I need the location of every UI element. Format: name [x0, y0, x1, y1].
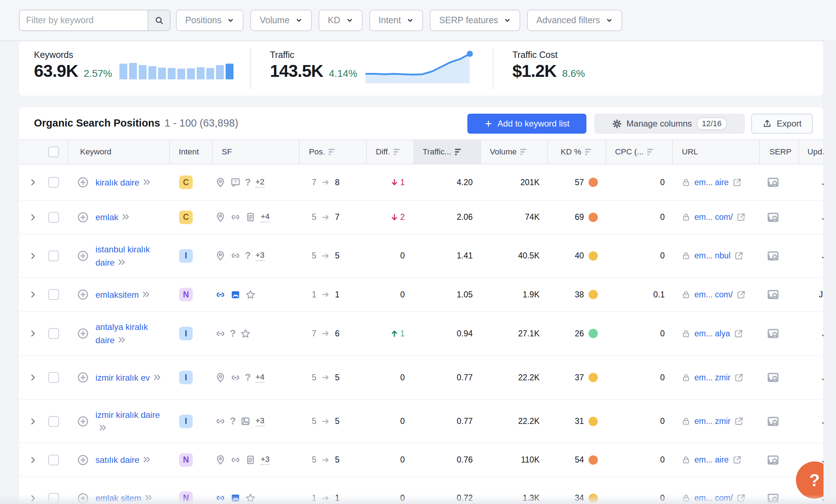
add-keyword-icon[interactable]	[77, 415, 89, 428]
expand-row-icon[interactable]	[29, 290, 37, 299]
select-all-checkbox[interactable]	[48, 147, 59, 157]
question-icon: ?	[245, 177, 251, 188]
url-link[interactable]: em... nbul	[694, 251, 731, 261]
column-header-pos-[interactable]: Pos.	[299, 140, 366, 164]
column-header-cpc-[interactable]: CPC (...	[605, 140, 672, 164]
more-serp-features[interactable]: +3	[261, 455, 270, 465]
filter-dropdown-intent[interactable]: Intent	[369, 10, 423, 31]
keyword-filter-input[interactable]	[20, 10, 148, 30]
url-link[interactable]: em... aire	[694, 178, 729, 187]
row-checkbox[interactable]	[48, 289, 59, 300]
export-button[interactable]: Export	[751, 114, 813, 134]
open-keyword-icon[interactable]	[142, 178, 151, 187]
url-link[interactable]: em... zmir	[694, 416, 731, 426]
serp-preview-icon[interactable]	[766, 371, 780, 384]
external-link-icon[interactable]	[736, 290, 746, 300]
serp-preview-icon[interactable]	[766, 415, 780, 428]
serp-preview-icon[interactable]	[766, 288, 780, 301]
more-serp-features[interactable]: +4	[256, 372, 265, 383]
add-keyword-icon[interactable]	[77, 250, 89, 262]
open-keyword-icon[interactable]	[121, 212, 130, 221]
serp-preview-icon[interactable]	[766, 211, 780, 224]
column-label: Upd.	[807, 147, 823, 157]
doc-icon	[245, 212, 256, 223]
url-link[interactable]: em... aire	[694, 455, 729, 465]
position-cell: 76	[299, 312, 366, 355]
column-header-kd-%[interactable]: KD %	[547, 140, 605, 164]
keywords-change: 2.57%	[84, 68, 112, 79]
add-keyword-icon[interactable]	[77, 327, 89, 340]
expand-row-icon[interactable]	[29, 417, 37, 426]
volume-cell: 1.9K	[480, 278, 547, 311]
row-checkbox[interactable]	[48, 455, 59, 465]
keyword-link[interactable]: izmir kiralık daire	[95, 408, 163, 435]
expand-row-icon[interactable]	[29, 213, 37, 222]
position-previous: 1	[312, 290, 316, 300]
more-serp-features[interactable]: +2	[256, 177, 265, 188]
column-header-sf: SF	[212, 140, 299, 164]
serp-preview-icon[interactable]	[766, 327, 780, 340]
add-keyword-icon[interactable]	[77, 371, 89, 384]
open-keyword-icon[interactable]	[142, 290, 151, 299]
filter-dropdown-serp-features[interactable]: SERP features	[430, 10, 520, 31]
serp-preview-icon[interactable]	[766, 249, 780, 263]
external-link-icon[interactable]	[734, 329, 743, 339]
open-keyword-icon[interactable]	[153, 373, 162, 382]
expand-row-icon[interactable]	[29, 373, 37, 382]
url-link[interactable]: em... com/	[694, 290, 733, 300]
filter-dropdown-positions[interactable]: Positions	[176, 10, 244, 31]
open-keyword-icon[interactable]	[142, 455, 151, 464]
external-link-icon[interactable]	[736, 212, 746, 222]
row-checkbox[interactable]	[48, 177, 59, 188]
add-keyword-icon[interactable]	[77, 211, 89, 223]
filter-dropdown-kd[interactable]: KD	[319, 10, 363, 31]
traffic-cell: 4.20	[413, 164, 480, 200]
organic-research-page: PositionsVolumeKDIntentSERP featuresAdva…	[0, 0, 836, 504]
keyword-link[interactable]: istanbul kiralık daire	[95, 243, 163, 269]
row-checkbox[interactable]	[48, 372, 59, 383]
keyword-link[interactable]: kiralık daire	[95, 176, 151, 189]
diff-value: 1	[400, 178, 405, 187]
more-serp-features[interactable]: +3	[256, 416, 265, 426]
add-keyword-icon[interactable]	[77, 176, 89, 188]
column-header-diff-[interactable]: Diff.	[366, 140, 413, 164]
search-button[interactable]	[148, 10, 170, 30]
expand-row-icon[interactable]	[29, 178, 37, 187]
expand-row-icon[interactable]	[29, 252, 37, 260]
column-header-traffic-[interactable]: Traffic...	[413, 140, 480, 164]
url-link[interactable]: em... zmir	[694, 373, 731, 382]
serp-preview-icon[interactable]	[766, 176, 780, 189]
external-link-icon[interactable]	[734, 416, 744, 426]
row-checkbox[interactable]	[48, 212, 59, 223]
more-serp-features[interactable]: +4	[261, 212, 270, 222]
expand-row-icon[interactable]	[29, 456, 37, 464]
keyword-link[interactable]: emlaksitem	[95, 288, 151, 301]
serp-preview-icon[interactable]	[766, 453, 780, 467]
more-serp-features[interactable]: +3	[256, 251, 265, 261]
external-link-icon[interactable]	[732, 178, 742, 187]
filter-dropdown-volume[interactable]: Volume	[250, 10, 311, 31]
keyword-link[interactable]: satılık daire	[95, 453, 151, 466]
open-keyword-icon[interactable]	[117, 335, 126, 344]
open-keyword-icon[interactable]	[98, 423, 107, 432]
external-link-icon[interactable]	[732, 455, 742, 465]
url-link[interactable]: em... alya	[694, 329, 730, 339]
keyword-link[interactable]: antalya kiralık daire	[95, 320, 163, 347]
manage-columns-button[interactable]: Manage columns 12/16	[594, 114, 745, 134]
url-link[interactable]: em... com/	[694, 212, 733, 222]
row-checkbox[interactable]	[48, 416, 59, 427]
expand-row-icon[interactable]	[29, 329, 37, 338]
filter-dropdown-advanced-filters[interactable]: Advanced filters	[527, 10, 622, 31]
add-to-keyword-list-button[interactable]: Add to keyword list	[467, 114, 586, 134]
keyword-link[interactable]: izmir kiralık ev	[95, 371, 162, 384]
row-checkbox[interactable]	[48, 328, 59, 339]
open-keyword-icon[interactable]	[117, 258, 126, 267]
add-keyword-icon[interactable]	[77, 454, 89, 466]
column-header-volume[interactable]: Volume	[480, 140, 547, 164]
row-checkbox[interactable]	[48, 251, 59, 261]
external-link-icon[interactable]	[734, 373, 744, 382]
expand-cell	[19, 278, 46, 311]
keyword-link[interactable]: emlak	[95, 211, 130, 224]
add-keyword-icon[interactable]	[77, 288, 89, 301]
external-link-icon[interactable]	[734, 251, 744, 261]
